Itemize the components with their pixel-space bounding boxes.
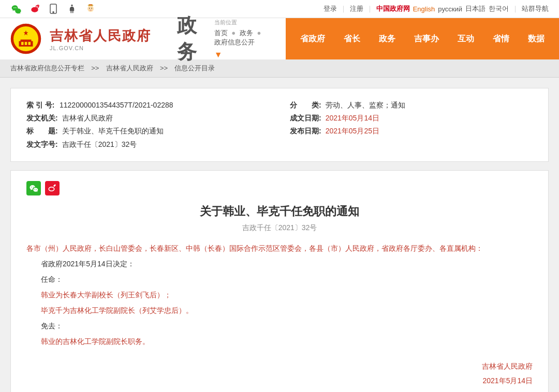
info-row-pub-date: 发布日期: 2021年05月25日 (290, 125, 533, 138)
doc-number: 吉政千任〔2021〕32号 (26, 223, 533, 233)
info-row-category: 分 类: 劳动、人事、监察；通知 (290, 99, 533, 112)
top-links: 登录 ｜ 注册 ｜ 中国政府网 English русский 日本語 한국어 … (323, 4, 549, 13)
emblem-icon (10, 23, 41, 54)
signature-date: 2021年5月14日 (26, 373, 533, 388)
user-face-icon[interactable] (85, 3, 96, 14)
svg-point-10 (91, 8, 92, 9)
doc-body: 各市（州）人民政府，长白山管委会，长春新区、中韩（长春）国际合作示范区管委会，各… (26, 241, 533, 349)
nav-indicator: ▼ (214, 50, 270, 59)
mobile-icon[interactable] (48, 3, 59, 14)
doc-para-han-appoint: 韩业为长春大学副校长（列王剑飞后）； (26, 288, 533, 302)
doc-para-bi-appoint: 毕克千为吉林化工学院副院长（列艾学忠后）。 (26, 303, 533, 318)
svg-point-8 (87, 6, 94, 12)
header-breadcrumb-area: 当前位置 首页 ● 政务 ● 政府信息公开 ▼ (214, 19, 270, 59)
english-link[interactable]: English (413, 5, 435, 13)
signature-org: 吉林省人民政府 (26, 359, 533, 373)
top-social-icons (10, 3, 96, 14)
header-breadcrumb-nav: 首页 ● 政务 ● 政府信息公开 (214, 28, 270, 47)
breadcrumb-home[interactable]: 首页 (214, 29, 228, 37)
svg-rect-15 (21, 42, 24, 45)
accessibility-icon[interactable] (66, 3, 78, 14)
header: 吉林省人民政府 JL.GOV.CN 政务 当前位置 首页 ● 政务 ● 政府信息… (0, 18, 559, 59)
issuer-value: 吉林省人民政府 (62, 112, 113, 125)
current-position-label: 当前位置 (214, 19, 270, 26)
info-fields-left: 索 引 号: 11220000013544357T/2021-02288 发文机… (26, 99, 269, 151)
top-bar: 登录 ｜ 注册 ｜ 中国政府网 English русский 日本語 한국어 … (0, 0, 559, 18)
breadcrumb-bar-sep-2: >> (158, 64, 169, 72)
info-row-index: 索 引 号: 11220000013544357T/2021-02288 (26, 99, 269, 112)
nav-jishiban[interactable]: 吉事办 (405, 18, 448, 59)
nav-province-info[interactable]: 省情 (483, 18, 519, 59)
doc-para-dismiss: 免去： (26, 319, 533, 333)
breadcrumb-sep-1: ● (231, 29, 236, 37)
breadcrumb-bar-item-1[interactable]: 吉林省政府信息公开专栏 (10, 64, 84, 72)
info-grid: 索 引 号: 11220000013544357T/2021-02288 发文机… (26, 99, 533, 151)
doc-addressee: 各市（州）人民政府，长白山管委会，长春新区、中韩（长春）国际合作示范区管委会，各… (26, 241, 533, 255)
breadcrumb-sep-2: ● (257, 29, 261, 37)
divider-2: ｜ (366, 4, 373, 13)
login-link[interactable]: 登录 (323, 4, 337, 13)
share-icons (26, 181, 533, 195)
weibo-share-button[interactable] (45, 181, 60, 195)
pub-date-value: 2021年05月25日 (326, 125, 379, 138)
info-row-doc-date: 成文日期: 2021年05月14日 (290, 112, 533, 125)
doc-date-value: 2021年05月14日 (326, 112, 379, 125)
svg-rect-17 (28, 42, 31, 45)
wechat-icon[interactable] (10, 3, 22, 14)
divider-3: ｜ (512, 4, 519, 13)
site-domain: JL.GOV.CN (50, 45, 151, 51)
docnum-label: 发文字号: (26, 138, 58, 151)
doc-date-label: 成文日期: (290, 112, 321, 125)
divider-1: ｜ (340, 4, 347, 13)
info-row-docnum: 发文字号: 吉政千任〔2021〕32号 (26, 138, 269, 151)
nav-affairs[interactable]: 政务 (370, 18, 405, 59)
nav-data[interactable]: 数据 (519, 18, 554, 59)
nav-province-gov[interactable]: 省政府 (291, 18, 334, 59)
russian-link[interactable]: русский (438, 5, 462, 13)
svg-point-4 (53, 12, 54, 13)
category-value: 劳动、人事、监察；通知 (326, 99, 405, 112)
nav-governor[interactable]: 省长 (334, 18, 370, 59)
svg-rect-14 (21, 40, 32, 42)
doc-card: 关于韩业、毕克千任免职的通知 吉政千任〔2021〕32号 各市（州）人民政府，长… (10, 170, 549, 392)
issuer-label: 发文机关: (26, 112, 58, 125)
pub-date-label: 发布日期: (290, 125, 321, 138)
breadcrumb-affairs[interactable]: 政务 (240, 29, 253, 37)
doc-para-decision: 省政府2021年5月14日决定： (26, 257, 533, 271)
breadcrumb-bar-sep-1: >> (90, 64, 101, 72)
title-label: 标 题: (26, 125, 58, 138)
header-middle: 政务 当前位置 首页 ● 政务 ● 政府信息公开 ▼ (161, 18, 286, 59)
japanese-link[interactable]: 日本語 (465, 4, 486, 13)
site-title: 吉林省人民政府 (50, 27, 151, 45)
breadcrumb-bar-item-2[interactable]: 吉林省人民政府 (106, 64, 153, 72)
docnum-value: 吉政千任〔2021〕32号 (62, 138, 137, 151)
gov-word: 政务 (177, 12, 204, 65)
nav-guide-link[interactable]: 站群导航 (522, 4, 549, 13)
wechat-share-button[interactable] (26, 181, 41, 195)
index-label: 索 引 号: (26, 99, 55, 112)
info-fields-right: 分 类: 劳动、人事、监察；通知 成文日期: 2021年05月14日 发布日期:… (290, 99, 533, 151)
info-row-title: 标 题: 关于韩业、毕克千任免职的通知 (26, 125, 269, 138)
breadcrumb-bar: 吉林省政府信息公开专栏 >> 吉林省人民政府 >> 信息公开目录 (0, 59, 559, 78)
header-nav: 省政府 省长 政务 吉事办 互动 省情 数据 (286, 18, 559, 59)
breadcrumb-openinfo[interactable]: 政府信息公开 (214, 38, 255, 46)
doc-para-appoint: 任命： (26, 272, 533, 287)
central-gov-link[interactable]: 中国政府网 (376, 4, 410, 13)
register-link[interactable]: 注册 (350, 4, 363, 13)
header-logo-area: 吉林省人民政府 JL.GOV.CN (0, 18, 161, 59)
svg-point-5 (71, 5, 72, 6)
weibo-icon[interactable] (29, 3, 40, 14)
nav-interaction[interactable]: 互动 (448, 18, 483, 59)
korean-link[interactable]: 한국어 (489, 4, 509, 13)
doc-para-han-dismiss: 韩业的吉林化工学院副院长职务。 (26, 334, 533, 349)
index-value: 11220000013544357T/2021-02288 (60, 99, 173, 112)
svg-point-9 (89, 8, 90, 9)
category-label: 分 类: (290, 99, 321, 112)
doc-title: 关于韩业、毕克千任免职的通知 (26, 204, 533, 219)
main-content: 索 引 号: 11220000013544357T/2021-02288 发文机… (0, 78, 559, 392)
logo-text: 吉林省人民政府 JL.GOV.CN (50, 27, 151, 51)
info-card: 索 引 号: 11220000013544357T/2021-02288 发文机… (10, 88, 549, 162)
title-value: 关于韩业、毕克千任免职的通知 (62, 125, 164, 138)
breadcrumb-bar-item-3[interactable]: 信息公开目录 (174, 64, 215, 72)
svg-point-12 (13, 26, 38, 51)
